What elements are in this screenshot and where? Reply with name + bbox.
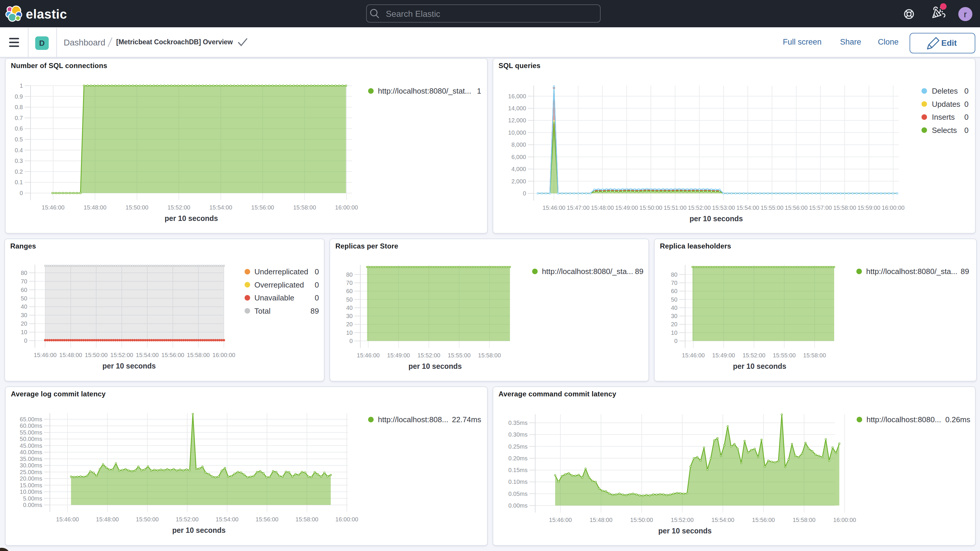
svg-text:Total: Total: [255, 307, 270, 315]
svg-text:65.00ms: 65.00ms: [20, 416, 42, 422]
svg-text:80: 80: [671, 271, 678, 278]
svg-text:15:49:00: 15:49:00: [615, 204, 638, 211]
svg-text:0.00ms: 0.00ms: [23, 502, 42, 508]
svg-text:15:58:00: 15:58:00: [187, 352, 210, 358]
svg-text:15:58:00: 15:58:00: [293, 204, 316, 211]
svg-text:15:46:00: 15:46:00: [549, 517, 572, 523]
svg-text:15:46:00: 15:46:00: [34, 352, 57, 358]
svg-text:http://localhost:8080/_sta...: http://localhost:8080/_sta...: [866, 267, 958, 276]
svg-text:per 10 seconds: per 10 seconds: [172, 526, 226, 534]
svg-text:0.30ms: 0.30ms: [508, 431, 528, 438]
svg-text:15:50:00: 15:50:00: [630, 517, 653, 523]
svg-text:0.8: 0.8: [15, 104, 23, 110]
svg-text:15:54:00: 15:54:00: [210, 204, 232, 211]
svg-text:16:00:00: 16:00:00: [833, 517, 856, 523]
svg-text:Unavailable: Unavailable: [255, 293, 294, 302]
svg-text:15:48:00: 15:48:00: [591, 204, 614, 211]
svg-text:12,000: 12,000: [508, 117, 526, 124]
svg-text:0.10ms: 0.10ms: [508, 479, 528, 485]
svg-text:http://localhost:8080/_stat...: http://localhost:8080/_stat...: [378, 86, 471, 96]
svg-text:0.26ms: 0.26ms: [945, 415, 970, 424]
svg-text:45.00ms: 45.00ms: [20, 443, 42, 449]
svg-text:40: 40: [671, 304, 678, 311]
svg-text:4,000: 4,000: [511, 166, 526, 172]
svg-text:0: 0: [964, 86, 969, 96]
svg-text:15:50:00: 15:50:00: [136, 516, 159, 522]
svg-text:40.00ms: 40.00ms: [20, 449, 42, 455]
svg-text:Overreplicated: Overreplicated: [255, 280, 304, 289]
svg-text:0: 0: [964, 100, 969, 108]
svg-text:20: 20: [21, 320, 27, 327]
svg-text:14,000: 14,000: [508, 105, 526, 111]
svg-text:0: 0: [964, 113, 969, 121]
svg-text:10: 10: [346, 330, 353, 336]
svg-text:15:56:00: 15:56:00: [161, 352, 184, 358]
svg-text:Underreplicated: Underreplicated: [255, 267, 309, 276]
svg-text:15:58:00: 15:58:00: [478, 352, 501, 358]
svg-text:0.25ms: 0.25ms: [508, 443, 528, 450]
svg-text:2,000: 2,000: [511, 178, 526, 185]
svg-text:0: 0: [20, 190, 23, 196]
svg-text:http://localhost:8080...: http://localhost:8080...: [867, 415, 941, 424]
svg-text:15:52:00: 15:52:00: [176, 516, 199, 522]
svg-text:15:58:00: 15:58:00: [296, 516, 318, 522]
svg-text:Search Elastic: Search Elastic: [386, 9, 440, 19]
svg-text:15:54:00: 15:54:00: [216, 516, 239, 522]
svg-text:15:50:00: 15:50:00: [85, 352, 108, 358]
svg-text:5.00ms: 5.00ms: [23, 495, 42, 502]
svg-text:20: 20: [671, 321, 678, 327]
svg-text:16:00:00: 16:00:00: [336, 516, 358, 522]
svg-text:15:48:00: 15:48:00: [589, 517, 612, 523]
svg-text:15:54:00: 15:54:00: [711, 517, 734, 523]
svg-text:0: 0: [674, 338, 678, 344]
svg-text:15:56:00: 15:56:00: [256, 516, 278, 522]
svg-text:0.5: 0.5: [15, 136, 23, 143]
svg-text:30: 30: [671, 313, 678, 319]
svg-text:15:49:00: 15:49:00: [712, 352, 735, 358]
svg-text:30: 30: [21, 312, 27, 318]
svg-text:0.9: 0.9: [15, 93, 23, 100]
svg-text:80: 80: [21, 270, 27, 276]
svg-text:15:50:00: 15:50:00: [640, 204, 662, 211]
svg-text:89: 89: [635, 267, 643, 276]
svg-text:15:55:00: 15:55:00: [448, 352, 471, 358]
svg-text:15:58:00: 15:58:00: [803, 352, 826, 358]
svg-text:Updates: Updates: [932, 100, 960, 108]
svg-text:50: 50: [346, 296, 353, 303]
svg-text:6,000: 6,000: [511, 154, 526, 160]
svg-text:elastic: elastic: [26, 7, 67, 21]
svg-text:Deletes: Deletes: [932, 86, 958, 96]
svg-text:15:55:00: 15:55:00: [773, 352, 796, 358]
svg-text:15:52:00: 15:52:00: [417, 352, 441, 358]
svg-text:40: 40: [346, 304, 353, 311]
svg-text:0.3: 0.3: [15, 158, 23, 164]
svg-text:Selects: Selects: [932, 126, 957, 135]
svg-text:15:52:00: 15:52:00: [110, 352, 133, 358]
svg-text:80: 80: [346, 271, 353, 278]
svg-text:25.00ms: 25.00ms: [20, 469, 42, 475]
svg-text:0: 0: [964, 126, 969, 135]
svg-text:16,000: 16,000: [508, 93, 526, 99]
svg-text:15:48:00: 15:48:00: [59, 352, 82, 358]
svg-text:16:00:00: 16:00:00: [212, 352, 235, 358]
svg-text:15:46:00: 15:46:00: [56, 516, 79, 522]
svg-text:15:54:00: 15:54:00: [136, 352, 159, 358]
svg-text:70: 70: [346, 280, 353, 286]
svg-text:0.6: 0.6: [15, 125, 23, 132]
svg-text:22.74ms: 22.74ms: [452, 415, 481, 424]
svg-text:20: 20: [346, 321, 353, 327]
svg-text:50.00ms: 50.00ms: [20, 436, 42, 442]
svg-text:r: r: [964, 10, 967, 19]
svg-text:http://localhost:8080/_sta...: http://localhost:8080/_sta...: [542, 267, 633, 276]
svg-text:15:49:00: 15:49:00: [387, 352, 410, 358]
svg-text:per 10 seconds: per 10 seconds: [165, 214, 218, 222]
svg-text:70: 70: [21, 278, 27, 285]
svg-text:0.15ms: 0.15ms: [508, 467, 528, 473]
svg-text:0: 0: [24, 338, 27, 344]
svg-text:10: 10: [671, 330, 678, 336]
svg-text:0: 0: [315, 280, 319, 289]
svg-text:1: 1: [20, 83, 23, 89]
svg-text:1: 1: [477, 86, 481, 96]
svg-text:0.4: 0.4: [15, 147, 23, 153]
svg-text:0.7: 0.7: [15, 115, 23, 121]
